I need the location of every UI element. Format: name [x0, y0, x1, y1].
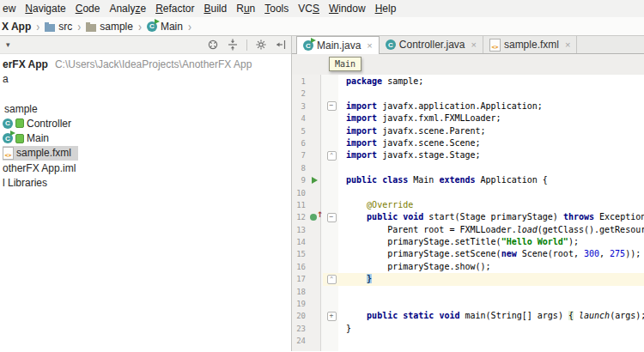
gutter-icon-cell [307, 236, 323, 248]
editor-tabbar: CMain.java×CController.java×<>sample.fxm… [292, 36, 644, 54]
menu-navigate[interactable]: Navigate [22, 1, 72, 16]
menu-build[interactable]: Build [202, 1, 234, 16]
fold-end-icon[interactable]: ⌃ [327, 275, 337, 284]
tree-item-samplefxml[interactable]: <>sample.fxml [0, 146, 291, 161]
menu-window[interactable]: Window [326, 1, 373, 16]
tree-item-sample[interactable]: sample [0, 101, 291, 116]
settings-gear-icon[interactable] [255, 39, 267, 51]
tree-item-otherfxappiml[interactable]: otherFX App.iml [0, 161, 291, 175]
tree-item-label: sample [4, 103, 38, 115]
tab-samplefxml[interactable]: <>sample.fxml× [483, 36, 577, 53]
fold-marker-cell: ⌃ [323, 149, 340, 161]
code-text: public class Main extends Application { [340, 174, 644, 186]
fold-end-icon[interactable]: ⌃ [327, 151, 337, 161]
code-line: 17⌃ } [292, 273, 644, 285]
fold-marker-cell [323, 76, 340, 88]
menu-analyze[interactable]: Analyze [106, 1, 153, 16]
line-number: 12 [292, 211, 307, 223]
fold-marker-cell [323, 199, 340, 211]
code-lines: 1package sample;23−import javafx.applica… [292, 76, 644, 348]
gutter-icon-cell [307, 100, 323, 112]
close-icon[interactable]: × [471, 39, 477, 50]
tree-item-controller[interactable]: CController [0, 116, 291, 130]
fold-marker-cell: − [323, 211, 340, 223]
run-icon[interactable] [312, 177, 318, 184]
code-text [340, 286, 644, 298]
project-panel-header: ▾ [0, 36, 291, 54]
line-number: 20 [292, 310, 307, 322]
breadcrumb-item-src[interactable]: src [45, 21, 72, 33]
gutter-icon-cell [307, 310, 323, 322]
code-text: } [340, 323, 644, 335]
code-text: primaryStage.setScene(new Scene(root, 30… [340, 248, 644, 260]
menu-vcs[interactable]: VCS [295, 1, 326, 16]
code-text [340, 335, 644, 347]
code-line: 2 [292, 88, 644, 100]
editor-pane: CMain.java×CController.java×<>sample.fxm… [292, 36, 644, 351]
menu-refactor[interactable]: Refactor [153, 1, 201, 16]
gutter-icon-cell [307, 187, 323, 199]
code-text [340, 187, 644, 199]
menu-ew[interactable]: ew [0, 1, 22, 16]
breadcrumb-item-sample[interactable]: sample [86, 21, 133, 33]
fxml-file-icon: <> [3, 147, 14, 160]
fold-marker-cell [323, 88, 340, 100]
tree-item-llibraries[interactable]: l Libraries [0, 175, 291, 190]
tab-label: Main.java [317, 39, 361, 52]
locate-icon[interactable] [207, 39, 219, 51]
code-line: 5import javafx.scene.Parent; [292, 125, 644, 137]
chevron-right-icon: › [188, 19, 191, 33]
gutter-icon-cell [307, 112, 323, 124]
class-run-icon: C [303, 40, 313, 51]
close-icon[interactable]: × [367, 40, 372, 51]
tree-item-label: sample.fxml [16, 147, 71, 159]
tree-item-blank[interactable] [0, 87, 291, 101]
code-text: primaryStage.setTitle("Hello World"); [340, 236, 644, 248]
code-text [340, 298, 644, 310]
line-number: 23 [292, 323, 307, 335]
fold-minus-icon[interactable]: − [327, 101, 337, 111]
gutter-icon-cell: ↑ [307, 211, 323, 223]
tree-item-main[interactable]: CMain [0, 130, 291, 145]
close-icon[interactable]: × [565, 39, 570, 50]
line-number: 10 [292, 187, 307, 199]
project-toolbar [207, 39, 287, 51]
menubar: ewNavigateCodeAnalyzeRefactorBuildRunToo… [0, 0, 644, 17]
tree-item-erfxapp[interactable]: erFX AppC:\Users\Jack\IdeaProjects\Anoth… [0, 57, 291, 71]
fxml-file-icon: <> [489, 39, 501, 52]
project-tree[interactable]: erFX AppC:\Users\Jack\IdeaProjects\Anoth… [0, 54, 291, 351]
fold-marker-cell [323, 323, 340, 335]
folder-icon [45, 24, 55, 32]
fold-plus-icon[interactable]: + [327, 312, 337, 321]
line-number: 5 [292, 125, 307, 137]
main-split: ▾ erFX AppC:\Users\Jack\IdeaProjects\Ano… [0, 36, 644, 351]
line-number: 7 [292, 149, 307, 161]
tree-item-label: Controller [27, 118, 71, 130]
tab-controllerjava[interactable]: CController.java× [380, 36, 483, 53]
fold-marker-cell [323, 248, 340, 260]
fold-minus-icon[interactable]: − [327, 213, 337, 222]
breadcrumb-item-main[interactable]: CMain [147, 21, 183, 33]
collapse-all-icon[interactable] [227, 39, 239, 51]
menu-run[interactable]: Run [234, 1, 262, 16]
breadcrumb-label: Main [161, 21, 183, 33]
code-text: package sample; [340, 76, 644, 88]
gutter-icon-cell [307, 137, 323, 149]
override-method-icon[interactable] [310, 214, 317, 221]
menu-code[interactable]: Code [73, 1, 107, 16]
project-view-dropdown[interactable]: ▾ [6, 40, 10, 49]
code-editor[interactable]: 1package sample;23−import javafx.applica… [292, 75, 644, 351]
chevron-right-icon: › [138, 19, 142, 33]
tree-item-a[interactable]: a [0, 71, 291, 86]
breadcrumb-item-xapp[interactable]: X App [2, 21, 31, 33]
code-text: import javafx.scene.Parent; [340, 125, 644, 137]
menu-help[interactable]: Help [373, 1, 404, 16]
tab-mainjava[interactable]: CMain.java× [296, 36, 380, 54]
gutter-icon-cell [307, 335, 323, 347]
hide-panel-icon[interactable] [275, 39, 287, 51]
toolbar-divider [246, 39, 247, 51]
fold-marker-cell [323, 125, 340, 137]
menu-tools[interactable]: Tools [262, 1, 295, 16]
code-line: 15 primaryStage.setScene(new Scene(root,… [292, 248, 644, 260]
green-badge-icon [15, 118, 24, 128]
